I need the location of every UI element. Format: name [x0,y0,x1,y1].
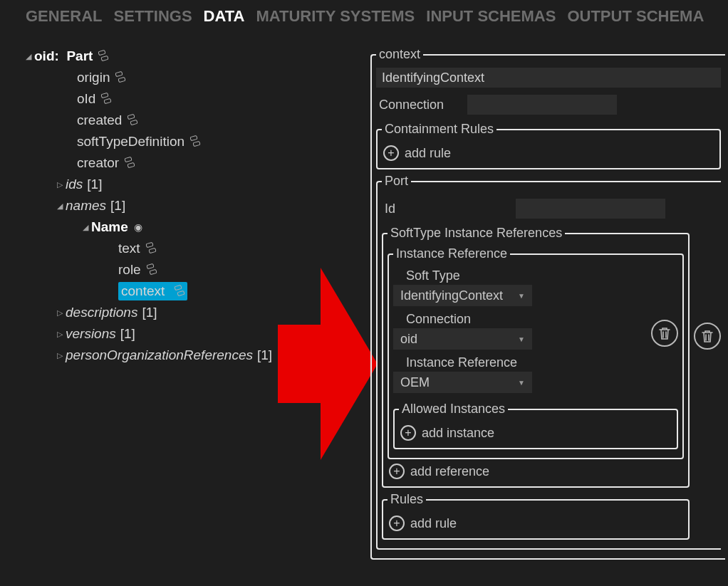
expand-icon[interactable]: ▷ [54,308,66,318]
chevron-down-icon: ▼ [518,292,525,300]
containment-rules-group: Containment Rules + add rule [376,122,721,169]
add-rule-label-2: add rule [410,516,457,531]
allowed-instances-legend: Allowed Instances [399,402,508,417]
collapse-icon[interactable]: ◢ [80,223,91,232]
add-rule-button[interactable]: + add rule [383,145,714,161]
id-input[interactable] [516,199,665,219]
tree-root-value: Part [66,48,93,63]
link-icon [146,241,156,256]
link-icon [101,91,111,107]
plus-icon: + [389,464,405,479]
tree-node-origin[interactable]: origin [20,67,284,88]
context-value-input[interactable] [376,68,721,88]
connection-dropdown[interactable]: oid ▼ [393,328,532,350]
add-reference-label: add reference [410,464,489,479]
add-reference-button[interactable]: + add reference [389,464,682,479]
top-tabs: GENERAL SETTINGS DATA MATURITY SYSTEMS I… [0,0,728,40]
tree-count: [1] [257,347,272,363]
connection-input[interactable] [467,95,617,115]
tab-input-schemas[interactable]: INPUT SCHEMAS [426,7,556,26]
tree-node-creator[interactable]: creator [20,152,284,174]
tab-output-schema[interactable]: OUTPUT SCHEMA [567,7,704,26]
tree-label: origin [77,70,110,85]
link-icon [115,70,125,85]
red-arrow-annotation [278,268,378,460]
data-tree: ◢ oid: Part origin oId created softTypeD… [20,40,284,366]
add-instance-label: add instance [422,426,494,441]
tree-count: [1] [142,305,157,320]
tree-count: [1] [120,326,135,342]
trash-icon [701,329,714,343]
tree-node-name[interactable]: ◢ Name ◉ [20,216,284,238]
instance-ref-dropdown[interactable]: OEM ▼ [393,372,532,393]
soft-type-value: IdentifyingContext [400,288,503,303]
chevron-down-icon: ▼ [518,335,525,343]
tree-label: personOrganizationReferences [66,347,253,363]
tree-label: created [77,113,122,128]
tree-node-names[interactable]: ◢ names [1] [20,195,284,216]
svg-marker-0 [278,268,378,460]
tree-label: role [118,262,141,278]
instance-ref-value: OEM [400,375,430,390]
tree-label: Name [91,219,128,235]
cube-icon: ◉ [134,221,142,233]
tree-node-oid[interactable]: oId [20,88,284,110]
rules-legend: Rules [388,492,426,507]
add-rule-label: add rule [405,146,451,161]
soft-type-dropdown[interactable]: IdentifyingContext ▼ [393,285,532,306]
connection-value: oid [400,332,417,347]
delete-instance-button[interactable] [651,320,678,347]
port-group: Port Id SoftType Instance References Ins… [376,174,721,550]
link-icon [147,262,157,278]
collapse-icon[interactable]: ◢ [23,52,34,61]
tree-label: names [66,198,106,214]
link-icon [125,155,135,171]
link-icon [190,134,200,150]
tree-count: [1] [87,177,102,192]
chevron-down-icon: ▼ [518,379,525,387]
instance-reference-group: Instance Reference Soft Type Identifying… [388,246,684,459]
plus-icon: + [400,425,416,441]
add-instance-button[interactable]: + add instance [400,425,671,441]
expand-icon[interactable]: ▷ [54,180,66,189]
tree-node-created[interactable]: created [20,110,284,131]
softtype-refs-group: SoftType Instance References Instance Re… [382,226,690,488]
softtype-refs-legend: SoftType Instance References [388,226,565,241]
expand-icon[interactable]: ▷ [54,330,66,339]
soft-type-label: Soft Type [406,268,644,283]
tree-node-context[interactable]: context [20,281,284,302]
collapse-icon[interactable]: ◢ [54,202,66,211]
containment-rules-legend: Containment Rules [382,122,496,137]
tree-node-text[interactable]: text [20,238,284,259]
tree-label: versions [66,326,116,342]
tree-node-ids[interactable]: ▷ ids [1] [20,174,284,195]
tree-label: oId [77,91,95,107]
tree-label: descriptions [66,305,137,320]
tab-settings[interactable]: SETTINGS [114,7,192,26]
tab-maturity-systems[interactable]: MATURITY SYSTEMS [256,7,415,26]
tree-node-root[interactable]: ◢ oid: Part [20,46,284,67]
tree-node-descriptions[interactable]: ▷ descriptions [1] [20,302,284,323]
tree-label: text [118,241,140,256]
rules-group: Rules + add rule [382,492,690,540]
tree-node-versions[interactable]: ▷ versions [1] [20,323,284,345]
tab-general[interactable]: GENERAL [26,7,103,26]
connection-label: Connection [379,98,457,113]
instance-ref-label: Instance Reference [406,355,644,370]
trash-icon [658,326,671,340]
tree-node-role[interactable]: role [20,259,284,281]
tree-node-softtypedef[interactable]: softTypeDefinition [20,131,284,152]
plus-icon: + [383,145,399,161]
link-icon [128,113,137,128]
add-rule-button-2[interactable]: + add rule [389,516,682,531]
delete-port-button[interactable] [694,323,721,350]
instance-reference-legend: Instance Reference [393,246,510,261]
link-icon [175,283,184,298]
tree-label: softTypeDefinition [77,134,184,150]
tree-node-personorgrefs[interactable]: ▷ personOrganizationReferences [1] [20,345,284,366]
tree-root-prefix: oid: [34,48,59,63]
tab-data[interactable]: DATA [204,7,245,26]
expand-icon[interactable]: ▷ [54,351,66,360]
port-legend: Port [382,174,411,189]
allowed-instances-group: Allowed Instances + add instance [393,402,678,449]
